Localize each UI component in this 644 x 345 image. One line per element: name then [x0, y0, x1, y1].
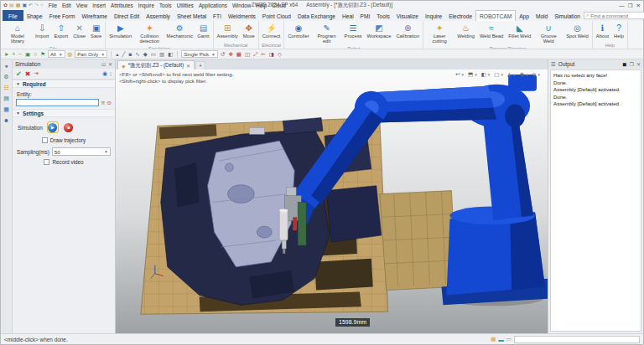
ribbon-tab[interactable]: Free Form — [46, 10, 79, 21]
add-select-icon[interactable]: + — [11, 51, 16, 58]
scope-dropdown[interactable]: Part Only▼ — [75, 50, 107, 58]
cancel-button[interactable]: ✖ — [25, 70, 31, 78]
tree-manager-icon[interactable]: ☷ — [3, 84, 11, 92]
ribbon-tool-save[interactable]: ▣Save — [88, 22, 104, 40]
ribbon-tool-calibration[interactable]: ⊕Calibration — [393, 22, 422, 40]
display-mode-icon[interactable]: ◧▼ — [481, 71, 491, 78]
ribbon-tool-help[interactable]: ?Help — [611, 22, 626, 40]
ribbon-tool-collision-detection[interactable]: ✶Collision detection — [134, 22, 164, 45]
maximize-icon[interactable]: ❐ — [628, 3, 633, 9]
pick-flag-icon[interactable]: ⚑ — [39, 51, 46, 58]
dynamic-move-icon[interactable]: ✥ — [227, 51, 233, 58]
ribbon-tool-program-edit[interactable]: ✎Program edit — [312, 22, 342, 45]
menu-item[interactable]: Tools — [157, 3, 174, 8]
filter-dropdown[interactable]: All▼ — [48, 50, 65, 58]
layer-toggle-icon[interactable]: ▬ — [498, 337, 504, 342]
ribbon-tool-spot-weld[interactable]: ◎Spot Weld — [564, 22, 591, 40]
ribbon-tab[interactable]: Weldments — [225, 10, 259, 21]
command-search-input[interactable] — [590, 13, 644, 18]
panel-menu-icon[interactable]: ⁞ — [110, 71, 112, 77]
ribbon-tool-move[interactable]: ✥Move — [241, 22, 257, 40]
output-close-icon[interactable]: ✕ — [636, 61, 641, 67]
ok-button[interactable]: ✔ — [16, 70, 22, 78]
refresh-icon[interactable]: ○ — [40, 3, 44, 8]
settings-section-header[interactable]: ▼ Settings — [13, 109, 115, 117]
ribbon-tab[interactable]: PMI — [357, 10, 374, 21]
menu-item[interactable]: Edit — [60, 3, 74, 8]
ribbon-tool-laser-cutting[interactable]: ✦Laser cutting — [424, 22, 454, 45]
filter-edge-icon[interactable]: ╱ — [122, 51, 127, 58]
menu-item[interactable]: Insert — [90, 3, 108, 8]
entity-input[interactable] — [16, 99, 99, 106]
menu-item[interactable]: File — [46, 3, 60, 8]
ribbon-tool-about[interactable]: ℹAbout — [594, 22, 611, 40]
filter-body-icon[interactable]: ▥ — [158, 51, 165, 58]
filter-vertex-icon[interactable]: ▴ — [115, 51, 119, 58]
open-file-icon[interactable]: ▦ — [16, 3, 21, 8]
ribbon-tab[interactable]: ROBOTCAM — [475, 10, 516, 21]
viewport-3d-scene[interactable]: <F8> or <Shift+roll> to find next weld f… — [116, 70, 548, 333]
appearance-icon[interactable]: ⬙▼ — [532, 71, 541, 78]
pattern-icon[interactable]: ▦ — [236, 51, 242, 58]
snap-toggle-icon[interactable]: ▭ — [506, 336, 512, 342]
record-video-checkbox[interactable] — [44, 159, 49, 165]
section-icon[interactable]: ◨ — [268, 51, 275, 58]
menu-item[interactable]: Cloud — [269, 3, 288, 8]
status-input[interactable] — [514, 336, 640, 343]
gallery-manager-icon[interactable]: ▦ — [3, 106, 11, 114]
history-undo-icon[interactable]: ↺ — [220, 51, 226, 58]
ribbon-tool-fillet-weld[interactable]: ◣Fillet Weld — [506, 22, 533, 40]
new-document-tab[interactable]: + — [195, 61, 205, 70]
ribbon-tab[interactable]: FTI — [210, 10, 225, 21]
ribbon-tool-model-library[interactable]: ⌂Model library — [3, 22, 33, 45]
ribbon-tab[interactable]: Data Exchange — [294, 10, 339, 21]
ribbon-tool-workspace[interactable]: ◩Workspace — [365, 22, 394, 40]
section-view-icon[interactable]: ◭▼ — [507, 71, 516, 78]
user-manager-icon[interactable]: ☻ — [3, 116, 11, 125]
menu-item[interactable]: View — [74, 3, 91, 8]
command-search[interactable]: ⌕ — [584, 12, 644, 19]
measure-icon[interactable]: ◇ — [277, 51, 283, 58]
ribbon-tool-weld-bead[interactable]: ≈Weld Bead — [477, 22, 506, 40]
ribbon-tab[interactable]: Wireframe — [78, 10, 110, 21]
menu-item[interactable]: Window — [230, 3, 253, 8]
mirror-icon[interactable]: ◫ — [244, 51, 251, 58]
ribbon-tab[interactable]: Direct Edit — [111, 10, 143, 21]
menu-item[interactable]: Help — [253, 3, 269, 8]
output-log[interactable]: Has no select any face!Done.Assembly [De… — [550, 70, 641, 332]
filter-sketch-icon[interactable]: ◆ — [143, 51, 148, 58]
filter-datum-icon[interactable]: ▭ — [150, 51, 157, 58]
panel-float-icon[interactable]: ⊡ — [101, 61, 106, 67]
sampling-dropdown[interactable]: 50 ▼ — [52, 147, 111, 156]
output-record-icon[interactable]: ◼ — [623, 61, 627, 67]
ribbon-tool-connect[interactable]: ⚡Connect — [260, 22, 283, 40]
lasso-select-icon[interactable]: ○ — [33, 51, 38, 58]
ribbon-tab[interactable]: File — [3, 10, 23, 21]
ribbon-tool-import[interactable]: ⇩Import — [33, 22, 51, 40]
menu-item[interactable]: Inquire — [136, 3, 157, 8]
new-file-icon[interactable]: ▤ — [9, 3, 14, 8]
draw-trajectory-checkbox[interactable] — [42, 137, 48, 143]
ribbon-tab[interactable]: Point Cloud — [259, 10, 294, 21]
ribbon-tab[interactable]: Inquire — [422, 10, 445, 21]
mechanism-manager-icon[interactable]: ⚙ — [3, 73, 11, 81]
pick-mode-dropdown[interactable]: Single Pick▼ — [181, 50, 218, 58]
wireframe-mode-icon[interactable]: ▢▼ — [494, 71, 504, 78]
ribbon-tab[interactable]: Assembly — [143, 10, 174, 21]
redo-icon[interactable]: ↷ — [34, 3, 39, 8]
menu-item[interactable]: Utilities — [174, 3, 196, 8]
ribbon-tool-groove-weld[interactable]: ∪Groove Weld — [533, 22, 564, 45]
document-tab[interactable]: ◈ *激光切割.Z3 - (Default) ✕ — [117, 60, 195, 70]
menu-item[interactable]: Applications — [196, 3, 230, 8]
filter-curve-icon[interactable]: ∿ — [134, 51, 140, 58]
world-manager-icon[interactable]: ● — [3, 62, 11, 70]
apply-button[interactable]: ➔ — [34, 70, 39, 77]
ribbon-tab[interactable]: Simulation — [551, 10, 584, 21]
play-simulation-button[interactable]: ▶ — [47, 121, 59, 133]
ribbon-tool-controller[interactable]: ◉Controller — [285, 22, 311, 40]
stop-simulation-button[interactable]: ■ — [63, 121, 75, 133]
pick-arrow-icon[interactable]: ➤ — [3, 51, 9, 58]
panel-close-icon[interactable]: ✕ — [108, 61, 112, 67]
view-orientation-icon[interactable]: ⬒▼ — [468, 71, 478, 78]
ribbon-tab[interactable]: App — [516, 10, 532, 21]
